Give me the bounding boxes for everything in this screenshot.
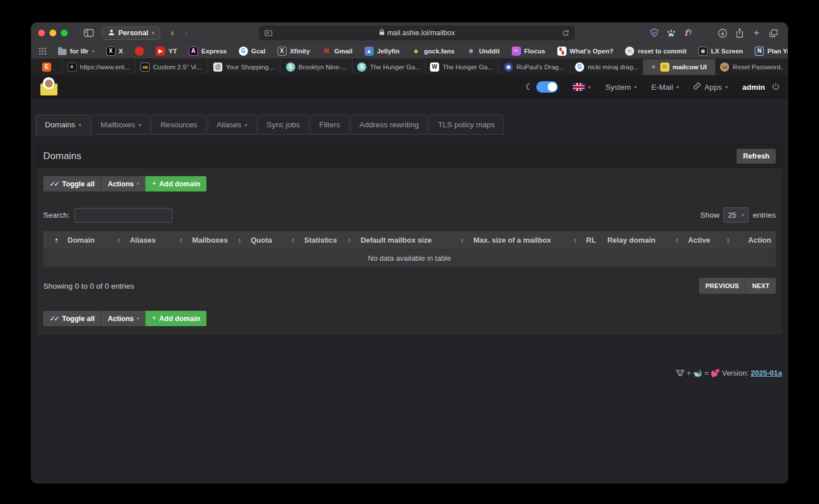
column-label: Domain <box>68 236 115 244</box>
profile-button[interactable]: Personal ▾ <box>102 27 160 40</box>
bookmark-yt[interactable]: ▶YT <box>156 47 177 56</box>
favicon: ▶ <box>156 47 165 56</box>
bookmark-xfinity[interactable]: XXfinity <box>278 47 310 56</box>
mailcow-logo[interactable] <box>39 77 62 97</box>
bookmark-flocus[interactable]: ~Flocus <box>512 47 545 56</box>
page-size-select[interactable]: 25 ▾ <box>723 207 748 223</box>
bookmark-favicon[interactable] <box>135 47 144 56</box>
tab-tls-policy-maps[interactable]: TLS policy maps <box>429 115 504 135</box>
tab-overview-icon[interactable] <box>766 26 781 40</box>
sort-arrows-icon[interactable]: ▲▼ <box>55 238 59 243</box>
admin-user-menu[interactable]: admin <box>742 83 765 91</box>
column-header-item[interactable]: ▲▼ <box>43 231 63 249</box>
web-content: ☾ ▾ System ▾ E-Mail ▾ <box>31 75 788 483</box>
bookmark-gcal[interactable]: GGcal <box>239 47 266 56</box>
column-header-domain[interactable]: Domain▲▼ <box>63 231 125 249</box>
reload-icon[interactable] <box>560 26 570 40</box>
browser-tab-brooklyn-nine[interactable]: SBrooklyn Nine-... <box>280 59 353 75</box>
bookmark-gmail[interactable]: MGmail <box>322 47 353 56</box>
zoom-window-button[interactable] <box>61 30 68 36</box>
privacy-shield-icon[interactable] <box>647 26 661 40</box>
tab-sync-jobs[interactable]: Sync jobs <box>258 115 309 135</box>
sort-arrows-icon[interactable]: ▲▼ <box>460 238 464 243</box>
frequently-visited-grid-icon[interactable] <box>39 44 46 58</box>
browser-tab-nicki-minaj-drag[interactable]: Gnicki minaj drag... <box>570 59 643 75</box>
column-label: Quota <box>251 236 289 244</box>
minimize-window-button[interactable] <box>49 30 56 36</box>
column-header-mailboxes[interactable]: Mailboxes▲▼ <box>188 231 246 249</box>
dark-mode-toggle[interactable] <box>536 81 558 93</box>
sort-arrows-icon[interactable]: ▲▼ <box>573 238 577 243</box>
sort-arrows-icon[interactable]: ▲▼ <box>348 238 351 243</box>
actions-dropdown-button-bottom[interactable]: Actions ▾ <box>101 311 145 326</box>
add-domain-button-bottom[interactable]: + Add domain <box>145 311 206 326</box>
column-header-active[interactable]: Active▲▼ <box>684 231 735 249</box>
tab-mailboxes[interactable]: Mailboxes▾ <box>92 115 150 135</box>
back-button[interactable]: ‹ <box>171 27 174 39</box>
toggle-all-button-bottom[interactable]: ✓✓ Toggle all <box>43 311 101 326</box>
downloads-icon[interactable] <box>715 26 730 40</box>
actions-dropdown-button[interactable]: Actions ▾ <box>101 176 145 191</box>
previous-page-button[interactable]: PREVIOUS <box>699 278 745 294</box>
refresh-button[interactable]: Refresh <box>737 149 776 164</box>
tab-address-rewriting[interactable]: Address rewriting <box>350 115 428 135</box>
browser-tab-https-www-ent[interactable]: ≡https://www.ent... <box>62 59 135 75</box>
share-icon[interactable] <box>732 26 747 40</box>
sort-arrows-icon[interactable]: ▲▼ <box>179 238 183 243</box>
bookmark-reset-to-commit[interactable]: ∩reset to commit <box>625 47 686 56</box>
column-header-statistics[interactable]: Statistics▲▼ <box>300 231 356 249</box>
tab-aliases[interactable]: Aliases▾ <box>208 115 257 135</box>
column-header-max-size-of-a-mailbox[interactable]: Max. size of a mailbox▲▼ <box>469 231 581 249</box>
paw-extension-icon[interactable] <box>664 26 679 40</box>
close-window-button[interactable] <box>38 30 45 36</box>
sidebar-toggle-icon[interactable] <box>81 26 96 40</box>
logout-power-icon[interactable] <box>772 82 780 92</box>
tab-filters[interactable]: Filters <box>310 115 349 135</box>
bookmark-unddit[interactable]: ⊕Unddit <box>466 47 499 56</box>
column-header-default-mailbox-size[interactable]: Default mailbox size▲▼ <box>356 231 469 249</box>
close-tab-icon[interactable]: × <box>652 63 656 71</box>
bookmark-jellyfin[interactable]: ▲Jellyfin <box>365 47 400 56</box>
bookmark-what-s-open[interactable]: ▚What's Open? <box>557 47 614 56</box>
language-selector[interactable]: ▾ <box>573 83 590 91</box>
bookmark-gock-fans[interactable]: ◆gock.fans <box>411 47 454 56</box>
sort-arrows-icon[interactable]: ▲▼ <box>117 238 121 243</box>
font-script-extension-icon[interactable]: f? <box>681 26 696 40</box>
new-tab-icon[interactable]: + <box>749 26 764 40</box>
browser-tab-the-hunger-ga[interactable]: SThe Hunger Ga... <box>352 59 425 75</box>
bookmark-lx-screen[interactable]: ◉LX Screen <box>698 47 743 56</box>
forward-button[interactable]: › <box>184 27 188 39</box>
column-header-quota[interactable]: Quota▲▼ <box>246 231 300 249</box>
bookmark-for-l8r[interactable]: for l8r▾ <box>58 48 94 55</box>
column-header-aliases[interactable]: Aliases▲▼ <box>125 231 187 249</box>
pinned-tab[interactable]: E <box>31 59 62 75</box>
tab-resources[interactable]: Resources <box>151 115 206 135</box>
browser-tab-mailcow-ui[interactable]: ×✉mailcow UI <box>643 59 715 75</box>
sort-arrows-icon[interactable]: ▲▼ <box>726 238 730 243</box>
browser-tab-your-shopping[interactable]: @Your Shopping... <box>207 59 280 75</box>
column-header-relay-domain[interactable]: Relay domain▲▼ <box>603 231 684 249</box>
browser-tab-the-hunger-ga[interactable]: WThe Hunger Ga... <box>425 59 498 75</box>
bookmark-express[interactable]: AExpress <box>189 47 227 56</box>
favicon: G <box>239 47 248 56</box>
browser-tab-custom-2-5-vi[interactable]: SBCustom 2.5" Vi... <box>135 59 208 75</box>
address-bar[interactable]: mail.ashie.lol/mailbox <box>259 26 575 40</box>
tab-favicon: ✉ <box>660 63 669 72</box>
email-menu[interactable]: E-Mail ▾ <box>651 83 679 91</box>
system-menu[interactable]: System ▾ <box>605 83 636 91</box>
search-input[interactable] <box>75 208 172 223</box>
sort-arrows-icon[interactable]: ▲▼ <box>238 238 242 243</box>
next-page-button[interactable]: NEXT <box>745 278 776 294</box>
lock-icon <box>379 29 384 37</box>
bookmark-plan-your-tri-n-corporation[interactable]: NPlan Your Tri...n Corporation <box>755 47 788 56</box>
version-link[interactable]: 2025-01a <box>751 369 782 377</box>
add-domain-button[interactable]: + Add domain <box>145 176 206 191</box>
sort-arrows-icon[interactable]: ▲▼ <box>675 238 679 243</box>
browser-tab-reset-password[interactable]: ωReset Password... <box>715 59 788 75</box>
bookmark-x[interactable]: XX <box>106 47 123 56</box>
toggle-all-button[interactable]: ✓✓ Toggle all <box>43 176 101 191</box>
apps-menu[interactable]: Apps ▾ <box>693 82 727 91</box>
tab-domains[interactable]: Domains▾ <box>36 115 90 136</box>
sort-arrows-icon[interactable]: ▲▼ <box>291 238 295 243</box>
browser-tab-rupaul-s-drag[interactable]: ◉RuPaul's Drag... <box>498 59 570 75</box>
